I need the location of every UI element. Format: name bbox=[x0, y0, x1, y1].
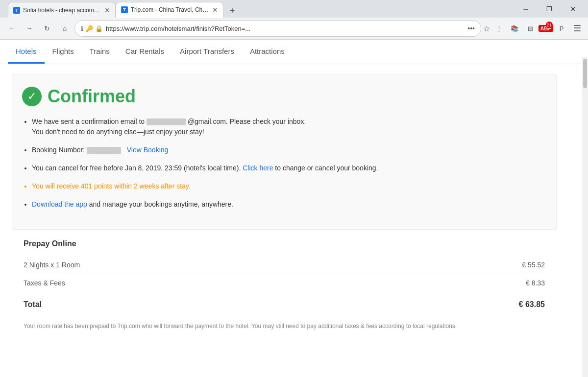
download-app-link[interactable]: Download the app bbox=[32, 200, 87, 208]
nav-tab-hotels[interactable]: Hotels bbox=[8, 40, 45, 64]
adblock-icon[interactable]: ABP 21 bbox=[539, 22, 553, 35]
nav-tab-flights[interactable]: Flights bbox=[45, 40, 82, 64]
confirmed-email-item: We have sent a confirmation email to @gm… bbox=[32, 117, 546, 137]
tab-favicon-1: T bbox=[13, 7, 20, 14]
page-content: Hotels Flights Trains Car Rentals Airpor… bbox=[0, 40, 588, 360]
tabs-bar: T Sofia hotels - cheap accommo... ✕ T Tr… bbox=[4, 0, 513, 18]
back-button[interactable]: ← bbox=[4, 21, 20, 36]
scrollbar-thumb[interactable] bbox=[583, 59, 587, 88]
confirmed-bullet-list: We have sent a confirmation email to @gm… bbox=[22, 117, 546, 210]
pricing-row-taxes: Taxes & Fees € 8.33 bbox=[24, 274, 545, 292]
pricing-disclaimer: Your room rate has been prepaid to Trip.… bbox=[24, 322, 545, 330]
key-icon: 🔑 bbox=[85, 25, 93, 32]
confirmed-header: ✓ Confirmed bbox=[22, 86, 546, 107]
tab-title-2: Trip.com - China Travel, Cheap... bbox=[131, 6, 209, 13]
hamburger-menu[interactable]: ☰ bbox=[570, 22, 584, 35]
bookmarks-library-icon[interactable]: 📚 bbox=[508, 22, 521, 35]
total-value: € 63.85 bbox=[519, 300, 545, 309]
points-text: You will receive 401 points within 2 wee… bbox=[32, 182, 191, 190]
extensions-icon[interactable]: ⋮ bbox=[492, 22, 506, 35]
browser-extensions: ⋮ 📚 ⊟ ABP 21 P bbox=[492, 22, 568, 35]
nav-tab-car-rentals[interactable]: Car Rentals bbox=[118, 40, 172, 64]
confirmed-section: ✓ Confirmed We have sent a confirmation … bbox=[12, 74, 557, 230]
confirmed-app-item: Download the app and manage your booking… bbox=[32, 199, 546, 210]
booking-number-redacted bbox=[87, 147, 121, 154]
cancel-text-2: to change or cancel your booking. bbox=[275, 164, 378, 172]
address-bar[interactable]: ℹ 🔑 🔒 https://www.trip.com/hotelsmart/fi… bbox=[74, 20, 481, 37]
address-menu-dots[interactable]: ••• bbox=[467, 24, 475, 32]
main-content: ✓ Confirmed We have sent a confirmation … bbox=[0, 64, 568, 340]
forward-button[interactable]: → bbox=[22, 21, 37, 36]
taxes-value: € 8.33 bbox=[526, 279, 545, 287]
address-security-icons: ℹ 🔑 🔒 bbox=[81, 25, 103, 32]
nav-tab-airport-transfers[interactable]: Airport Transfers bbox=[172, 40, 242, 64]
maximize-button[interactable]: ❐ bbox=[538, 0, 561, 18]
email-redacted bbox=[147, 118, 186, 125]
lock-icon: 🔒 bbox=[95, 25, 103, 32]
view-booking-link[interactable]: View Booking bbox=[127, 146, 169, 154]
new-tab-button[interactable]: + bbox=[225, 4, 239, 18]
total-label: Total bbox=[24, 300, 42, 309]
booking-label: Booking Number: bbox=[32, 146, 87, 154]
nights-label: 2 Nights x 1 Room bbox=[24, 261, 80, 269]
nights-value: € 55.52 bbox=[522, 261, 545, 269]
tab-favicon-2: T bbox=[121, 6, 128, 13]
confirmed-title: Confirmed bbox=[48, 86, 136, 107]
confirmed-check-icon: ✓ bbox=[22, 87, 42, 106]
pricing-row-total: Total € 63.85 bbox=[24, 292, 545, 317]
confirmed-cancel-item: You can cancel for free before Jan 8, 20… bbox=[32, 163, 546, 173]
scrollbar[interactable] bbox=[582, 57, 588, 377]
pricing-section: Prepay Online 2 Nights x 1 Room € 55.52 … bbox=[12, 239, 557, 330]
email-text-prefix: We have sent a confirmation email to bbox=[32, 118, 145, 125]
info-icon: ℹ bbox=[81, 25, 83, 32]
browser-tab-1[interactable]: T Sofia hotels - cheap accommo... ✕ bbox=[8, 2, 116, 18]
address-bar-row: ← → ↻ ⌂ ℹ 🔑 🔒 https://www.trip.com/hotel… bbox=[0, 18, 588, 39]
confirmed-booking-item: Booking Number: View Booking bbox=[32, 145, 546, 155]
nav-tab-attractions[interactable]: Attractions bbox=[242, 40, 293, 64]
address-text: https://www.trip.com/hotelsmart/finish?R… bbox=[106, 25, 463, 32]
click-here-link[interactable]: Click here bbox=[243, 164, 273, 172]
window-controls: ─ ❐ ✕ bbox=[514, 0, 584, 18]
synced-tabs-icon[interactable]: ⊟ bbox=[523, 22, 537, 35]
email-domain-text: @gmail.com. Please check your inbox. bbox=[188, 118, 306, 125]
adblock-badge: 21 bbox=[546, 22, 553, 28]
pinterest-icon[interactable]: P bbox=[555, 22, 568, 35]
browser-tab-2[interactable]: T Trip.com - China Travel, Cheap... ✕ bbox=[116, 2, 223, 18]
browser-titlebar: T Sofia hotels - cheap accommo... ✕ T Tr… bbox=[0, 0, 588, 18]
minimize-button[interactable]: ─ bbox=[514, 0, 537, 18]
app-text: and manage your bookings anytime, anywhe… bbox=[89, 200, 233, 208]
taxes-label: Taxes & Fees bbox=[24, 279, 65, 287]
tab-close-1[interactable]: ✕ bbox=[104, 7, 110, 14]
tab-close-2[interactable]: ✕ bbox=[212, 6, 218, 13]
close-button[interactable]: ✕ bbox=[562, 0, 584, 18]
refresh-button[interactable]: ↻ bbox=[39, 21, 55, 36]
home-button[interactable]: ⌂ bbox=[57, 21, 73, 36]
pricing-row-nights: 2 Nights x 1 Room € 55.52 bbox=[24, 256, 545, 274]
nav-tab-trains[interactable]: Trains bbox=[82, 40, 118, 64]
pricing-title: Prepay Online bbox=[24, 239, 545, 248]
bookmark-icon[interactable]: ☆ bbox=[483, 24, 490, 33]
cancel-text-1: You can cancel for free before Jan 8, 20… bbox=[32, 164, 241, 172]
browser-chrome: T Sofia hotels - cheap accommo... ✕ T Tr… bbox=[0, 0, 588, 40]
tab-title-1: Sofia hotels - cheap accommo... bbox=[23, 7, 101, 14]
confirmed-points-item: You will receive 401 points within 2 wee… bbox=[32, 181, 546, 191]
email-line2-text: You don't need to do anything else—just … bbox=[32, 128, 204, 136]
nav-tabs: Hotels Flights Trains Car Rentals Airpor… bbox=[0, 40, 588, 64]
